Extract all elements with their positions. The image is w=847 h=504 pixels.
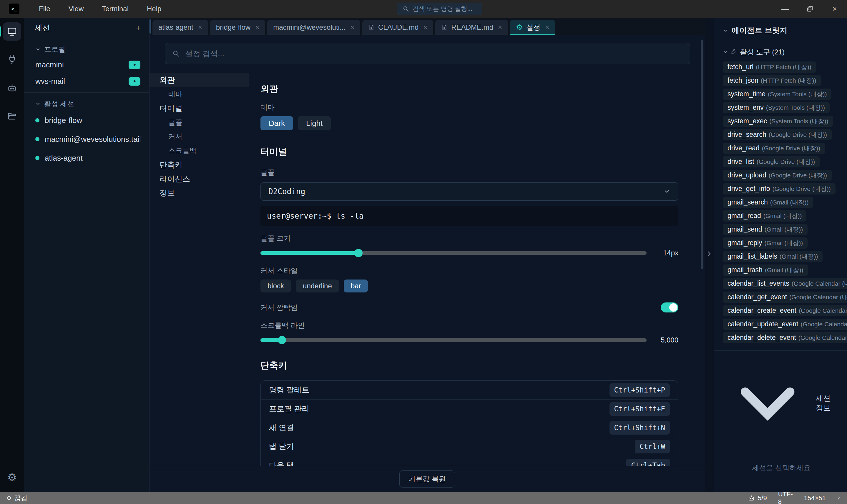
tool-item[interactable]: system_time(System Tools (내장)) bbox=[723, 89, 831, 100]
menu-item[interactable]: View bbox=[69, 5, 84, 13]
active-session-item[interactable]: bridge-flow bbox=[24, 111, 149, 130]
tool-item[interactable]: gmail_reply(Gmail (내장)) bbox=[723, 237, 808, 249]
panel-collapse-button[interactable] bbox=[705, 249, 713, 258]
slider-thumb[interactable] bbox=[278, 336, 286, 344]
tool-item[interactable]: drive_search(Google Drive (내장)) bbox=[723, 129, 832, 140]
tab[interactable]: bridge-flow × bbox=[210, 20, 265, 35]
tab-close-icon[interactable]: × bbox=[350, 23, 354, 32]
tool-name: calendar_get_event bbox=[727, 293, 787, 301]
tab-close-icon[interactable]: × bbox=[545, 23, 549, 32]
menu-item[interactable]: File bbox=[39, 5, 50, 13]
tool-item[interactable]: gmail_search(Gmail (내장)) bbox=[723, 197, 813, 208]
cursor-blink-toggle[interactable] bbox=[661, 303, 678, 312]
settings-nav-item[interactable]: 단축키 bbox=[149, 158, 249, 172]
menu-item[interactable]: Help bbox=[147, 5, 161, 13]
rail-files-button[interactable] bbox=[3, 107, 21, 125]
close-button[interactable]: × bbox=[822, 0, 847, 18]
tool-item[interactable]: system_env(System Tools (내장)) bbox=[723, 102, 830, 113]
agent-bridge-panel: 에이전트 브릿지 활성 도구 (21) fetch_url(HTTP Fetch… bbox=[714, 18, 847, 492]
agent-bridge-header[interactable]: 에이전트 브릿지 bbox=[723, 25, 840, 36]
shortcut-row[interactable]: 명령 팔레트 Ctrl+Shift+P bbox=[261, 381, 678, 399]
tool-item[interactable]: gmail_trash(Gmail (내장)) bbox=[723, 265, 808, 276]
tab[interactable]: CLAUDE.md × bbox=[362, 20, 433, 35]
settings-nav-item[interactable]: 스크롤백 bbox=[149, 144, 249, 158]
tab-close-icon[interactable]: × bbox=[423, 23, 427, 32]
settings-nav-item[interactable]: 터미널 bbox=[149, 101, 249, 115]
tool-provider: (Google Drive (내장)) bbox=[757, 158, 815, 165]
theme-option-button[interactable]: Dark bbox=[260, 116, 293, 130]
rail-agent-button[interactable] bbox=[3, 79, 21, 97]
tab-close-icon[interactable]: × bbox=[498, 23, 502, 32]
profiles-section-header[interactable]: 프로필 bbox=[24, 43, 149, 56]
settings-search-box[interactable] bbox=[165, 43, 690, 64]
tab[interactable]: README.md × bbox=[435, 20, 508, 35]
tool-item[interactable]: fetch_json(HTTP Fetch (내장)) bbox=[723, 75, 821, 86]
cursor-style-button[interactable]: block bbox=[260, 280, 291, 292]
profile-item[interactable]: wvs-mail bbox=[24, 73, 149, 89]
rail-sessions-button[interactable] bbox=[3, 22, 21, 41]
tool-item[interactable]: fetch_url(HTTP Fetch (내장)) bbox=[723, 61, 816, 73]
settings-nav-item[interactable]: 정보 bbox=[149, 186, 249, 200]
tool-item[interactable]: calendar_update_event(Google Calendar (내… bbox=[723, 319, 847, 330]
active-session-item[interactable]: macmini@wevesolutions.tail... bbox=[24, 130, 149, 148]
tool-name: calendar_update_event bbox=[727, 320, 798, 328]
settings-nav-item[interactable]: 커서 bbox=[149, 129, 249, 144]
tool-item[interactable]: calendar_get_event(Google Calendar (내장)) bbox=[723, 292, 847, 303]
tab[interactable]: atlas-agent × bbox=[152, 20, 208, 35]
tool-item[interactable]: gmail_read(Gmail (내장)) bbox=[723, 210, 806, 221]
scrollback-slider[interactable] bbox=[260, 338, 647, 342]
connect-profile-button[interactable] bbox=[129, 77, 140, 86]
shortcut-row[interactable]: 프로필 관리 Ctrl+Shift+E bbox=[261, 399, 678, 418]
tool-item[interactable]: gmail_send(Gmail (내장)) bbox=[723, 224, 808, 235]
settings-nav-item[interactable]: 라이선스 bbox=[149, 172, 249, 186]
session-info-header[interactable]: 세션 정보 bbox=[723, 358, 840, 448]
session-info-title: 세션 정보 bbox=[816, 393, 840, 413]
tab[interactable]: macmini@wevesoluti... × bbox=[267, 20, 360, 35]
active-sessions-header[interactable]: 활성 세션 bbox=[24, 97, 149, 111]
active-tools-header[interactable]: 활성 도구 (21) bbox=[723, 47, 840, 57]
tool-item[interactable]: drive_get_info(Google Drive (내장)) bbox=[723, 183, 835, 195]
rail-connections-button[interactable] bbox=[3, 51, 21, 69]
tool-item[interactable]: gmail_list_labels(Gmail (내장)) bbox=[723, 251, 823, 262]
settings-nav-item[interactable]: 글꼴 bbox=[149, 115, 249, 129]
tool-item[interactable]: drive_list(Google Drive (내장)) bbox=[723, 156, 819, 167]
shortcut-row[interactable]: 탭 닫기 Ctrl+W bbox=[261, 437, 678, 456]
cursor-style-button[interactable]: bar bbox=[344, 280, 368, 292]
tool-item[interactable]: calendar_delete_event(Google Calendar (내… bbox=[723, 332, 847, 343]
slider-thumb[interactable] bbox=[354, 249, 363, 257]
tool-item[interactable]: drive_upload(Google Drive (내장)) bbox=[723, 170, 832, 181]
tab-close-icon[interactable]: × bbox=[255, 23, 259, 32]
profile-item[interactable]: macmini bbox=[24, 56, 149, 73]
tool-name: drive_upload bbox=[727, 171, 767, 179]
connect-profile-button[interactable] bbox=[129, 60, 140, 69]
chevron-down-icon bbox=[35, 101, 41, 107]
restore-defaults-button[interactable]: 기본값 복원 bbox=[399, 470, 455, 487]
command-palette-search[interactable] bbox=[397, 3, 482, 15]
restore-button[interactable] bbox=[797, 0, 822, 18]
minimize-button[interactable]: — bbox=[773, 0, 797, 18]
tool-item[interactable]: calendar_create_event(Google Calendar (내… bbox=[723, 305, 847, 316]
settings-nav-item[interactable]: 외관 bbox=[149, 73, 249, 87]
status-circle-icon bbox=[6, 496, 12, 501]
tool-item[interactable]: drive_read(Google Drive (내장)) bbox=[723, 143, 825, 154]
settings-scrollbar[interactable] bbox=[701, 40, 703, 269]
shortcut-row[interactable]: 새 연결 Ctrl+Shift+N bbox=[261, 418, 678, 437]
add-session-button[interactable]: + bbox=[136, 23, 141, 33]
theme-option-button[interactable]: Light bbox=[298, 116, 331, 130]
tab[interactable]: ⚙ 설정 × bbox=[510, 20, 555, 35]
font-size-slider[interactable] bbox=[260, 251, 647, 255]
tool-item[interactable]: system_exec(System Tools (내장)) bbox=[723, 115, 833, 127]
shortcut-row[interactable]: 다음 탭 Ctrl+Tab bbox=[261, 456, 678, 466]
active-session-item[interactable]: atlas-agent bbox=[24, 148, 149, 167]
settings-search-input[interactable] bbox=[185, 49, 683, 58]
cursor-style-button[interactable]: underline bbox=[296, 280, 339, 292]
command-search-input[interactable] bbox=[413, 5, 477, 12]
tool-name: drive_get_info bbox=[727, 185, 770, 193]
tool-item[interactable]: calendar_list_events(Google Calendar (내장… bbox=[723, 278, 847, 289]
font-select[interactable]: D2Coding bbox=[260, 182, 678, 201]
rail-settings-button[interactable]: ⚙ bbox=[3, 468, 21, 487]
menu-item[interactable]: Terminal bbox=[102, 5, 129, 13]
settings-nav-item[interactable]: 테마 bbox=[149, 87, 249, 101]
tool-provider: (Google Calendar (내장)) bbox=[799, 307, 847, 314]
tab-close-icon[interactable]: × bbox=[198, 23, 202, 32]
